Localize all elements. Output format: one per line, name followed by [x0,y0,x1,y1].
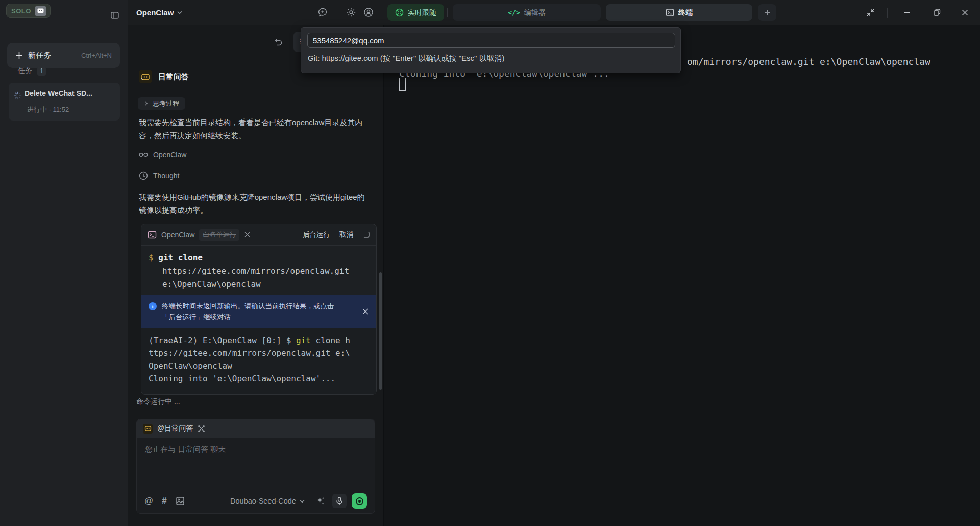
terminal-panel: om/mirrors/openclaw.git e:\OpenClaw\open… [383,25,980,526]
live-follow-icon [395,8,404,17]
terminal-line-1: om/mirrors/openclaw.git e:\OpenClaw\open… [687,56,930,67]
header-divider [336,7,336,17]
voice-input-button[interactable] [332,494,347,508]
restore-window-icon[interactable] [933,8,941,17]
close-banner-icon[interactable] [362,308,369,315]
agent-name: 日常问答 [158,72,189,82]
new-task-label: 新任务 [28,51,51,60]
thought-icon [139,171,148,180]
git-highlight: git [296,336,311,345]
collapse-sidebar-icon[interactable] [110,11,119,20]
tab-editor-label: 编辑器 [524,8,546,17]
chevron-down-icon [177,11,182,14]
new-task-shortcut: Ctrl+Alt+N [81,52,112,59]
close-window-icon[interactable] [961,8,969,17]
thinking-process-label: 思考过程 [153,99,179,108]
tools-icon[interactable] [198,425,205,433]
chevron-down-icon [300,499,305,503]
tab-terminal-label: 终端 [678,8,693,17]
new-chat-icon[interactable] [317,7,328,17]
command-arg-url: https://gitee.com/mirrors/openclaw.git [162,265,369,278]
model-selector[interactable]: Doubao-Seed-Code [230,497,305,505]
chat-panel: 终止 日常问答 思考过程 我需要先检查当前目录结构，看看是否已经有opencla… [128,25,383,526]
task-sidebar: SOLO 新任务 Ctrl+Alt+N 任务 1 [0,0,128,526]
thought-meta-row: Thought [139,171,179,180]
command-arg-path: e:\OpenClaw\openclaw [162,278,369,291]
output-line-4: Cloning into 'e:\OpenClaw\openclaw'... [149,372,369,385]
task-title: Delete WeChat SD... [24,89,92,98]
settings-gear-icon[interactable] [346,7,356,17]
quick-input-hint: Git: https://gitee.com (按 "Enter" 以确认或按 … [308,54,505,63]
tasks-section-header: 任务 1 [18,66,46,76]
loading-spinner-icon [362,231,370,238]
add-tab-button[interactable] [758,4,776,21]
dismiss-badge-icon[interactable] [244,231,251,238]
terminal-cursor [399,78,406,91]
solo-label: SOLO [11,7,31,15]
composer-agent-bar[interactable]: @日常问答 [137,419,375,438]
task-running-spinner-icon [14,91,22,100]
undo-icon[interactable] [273,38,283,48]
code-icon: </> [508,9,520,16]
tab-separator [447,8,448,17]
glasses-icon [139,150,148,159]
agent-header: 日常问答 [139,70,189,83]
enhance-sparkle-icon[interactable] [316,496,325,506]
quick-input-popup: Git: https://gitee.com (按 "Enter" 以确认或按 … [301,27,681,73]
mention-icon[interactable]: @ [144,496,153,506]
output-line-2: ttps://gitee.com/mirrors/openclaw.git e:… [149,347,369,360]
project-switcher[interactable]: OpenClaw [136,0,182,25]
title-bar: OpenClaw 实时跟随 </> 编辑器 终端 [128,0,980,25]
command-output: (TraeAI-2) E:\OpenClaw [0:] $ git clone … [141,328,376,394]
composer-toolbar: @ # Doubao-Seed-Code [137,489,375,513]
tasks-count-badge: 1 [37,67,46,76]
terminal-icon [666,8,674,17]
tab-live-follow[interactable]: 实时跟随 [387,4,444,21]
command-running-status: 命令运行中 ... [136,397,180,407]
command-block: $ git clone https://gitee.com/mirrors/op… [141,246,376,295]
project-title: OpenClaw [136,8,174,17]
timeout-notice-text: 终端长时间未返回新输出。请确认当前执行结果，或点击「后台运行」继续对话 [162,301,341,322]
account-icon[interactable] [363,7,374,17]
composer-agent-mention: @日常问答 [157,424,193,433]
agent-avatar [143,424,153,434]
window-controls-divider [887,8,888,18]
command-text: git clone [158,253,203,262]
whitelist-run-badge: 白名单运行 [199,229,239,241]
message-composer: @日常问答 您正在与 日常问答 聊天 @ # Doubao-Seed-Code [136,419,375,514]
tab-live-follow-label: 实时跟随 [408,8,436,17]
solo-mode-badge[interactable]: SOLO [6,4,51,18]
command-card-actions: 后台运行 取消 [303,230,370,240]
composer-placeholder[interactable]: 您正在与 日常问答 聊天 [145,445,226,455]
collapse-window-icon[interactable] [866,8,875,17]
context-hash-icon[interactable]: # [162,496,166,506]
assistant-paragraph-2: 我需要使用GitHub的镜像源来克隆openclaw项目，尝试使用gitee的镜… [139,190,370,217]
chat-scrollbar-thumb[interactable] [379,272,382,390]
terminal-command-card: OpenClaw 白名单运行 后台运行 取消 $ git clone https… [141,224,377,395]
stop-icon [356,497,363,505]
command-card-header: OpenClaw 白名单运行 后台运行 取消 [141,224,376,246]
minimize-icon[interactable] [902,8,911,17]
timeout-notice-banner: i 终端长时间未返回新输出。请确认当前执行结果，或点击「后台运行」继续对话 [141,295,376,328]
tasks-label: 任务 [18,66,32,76]
tab-terminal[interactable]: 终端 [606,4,752,21]
tab-editor[interactable]: </> 编辑器 [453,4,601,21]
task-status: 进行中 · 11:52 [27,105,69,114]
prompt-symbol: $ [149,253,154,262]
output-line-1: (TraeAI-2) E:\OpenClaw [0:] $ git clone … [149,334,369,347]
quick-input-field[interactable] [307,33,675,48]
cancel-button[interactable]: 取消 [339,230,353,240]
image-upload-icon[interactable] [176,496,185,506]
stop-generation-button[interactable] [352,493,367,509]
assistant-paragraph-1: 我需要先检查当前目录结构，看看是否已经有openclaw目录及其内容，然后再决定… [139,116,370,142]
terminal-icon [148,230,157,240]
openclaw-meta-row: OpenClaw [139,150,186,159]
command-tool-name: OpenClaw [161,231,194,239]
model-name: Doubao-Seed-Code [230,497,296,505]
task-list-item[interactable]: Delete WeChat SD... 进行中 · 11:52 [9,83,120,121]
new-task-button[interactable]: 新任务 Ctrl+Alt+N [7,43,120,68]
background-run-button[interactable]: 后台运行 [303,230,330,240]
plus-icon [15,52,23,59]
solo-robot-icon [35,6,46,16]
thinking-process-toggle[interactable]: 思考过程 [138,97,185,110]
